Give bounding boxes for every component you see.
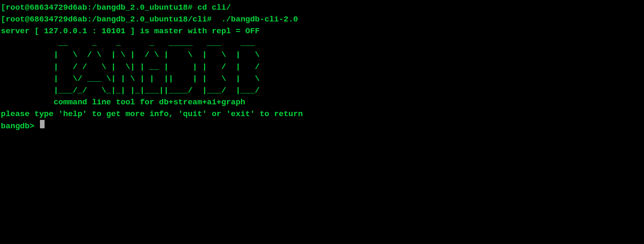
prompt-path: /bangdb_2.0_ubuntu18: [92, 3, 188, 12]
ascii-art-line-3: | / / \ | \| | __ | | | / | /: [1, 61, 643, 73]
prompt-path: /bangdb_2.0_ubuntu18/cli: [92, 15, 207, 24]
ascii-art-line-2: | \ / \ | \ | / \ | \ | \ | \: [1, 49, 643, 61]
ascii-art-line-4: | \/ ___ \| | \ | | || | | \ | \: [1, 73, 643, 85]
prompt-colon: :: [87, 3, 92, 12]
prompt-colon: :: [87, 15, 92, 24]
prompt-user-host: root@68634729d6ab: [5, 15, 87, 24]
help-text: please type 'help' to get more info, 'qu…: [1, 108, 643, 120]
command-bangdb-cli: ./bangdb-cli-2.0: [222, 15, 298, 24]
bangdb-prompt-text: bangdb>: [1, 120, 39, 132]
prompt-hash: #: [207, 15, 221, 24]
ascii-art-line-1: __ _ _ _ _____ ___ ___: [1, 37, 643, 49]
prompt-bracket: [: [1, 3, 5, 12]
terminal-prompt-line-1: [root@68634729d6ab:/bangdb_2.0_ubuntu18#…: [1, 2, 643, 13]
ascii-art-line-5: |___/_/ \_|_| |_|___||____/ |___/ |___/: [1, 85, 643, 96]
bangdb-prompt-line[interactable]: bangdb>: [1, 120, 643, 132]
terminal-prompt-line-2: [root@68634729d6ab:/bangdb_2.0_ubuntu18/…: [1, 13, 643, 25]
command-cd: cd cli/: [198, 3, 231, 12]
tagline: command line tool for db+stream+ai+graph: [1, 96, 643, 108]
cursor-icon: [40, 120, 45, 128]
server-info-line: server [ 127.0.0.1 : 10101 ] is master w…: [1, 25, 643, 37]
prompt-bracket: [: [1, 15, 5, 24]
prompt-hash: #: [188, 3, 198, 12]
prompt-user-host: root@68634729d6ab: [5, 3, 87, 12]
